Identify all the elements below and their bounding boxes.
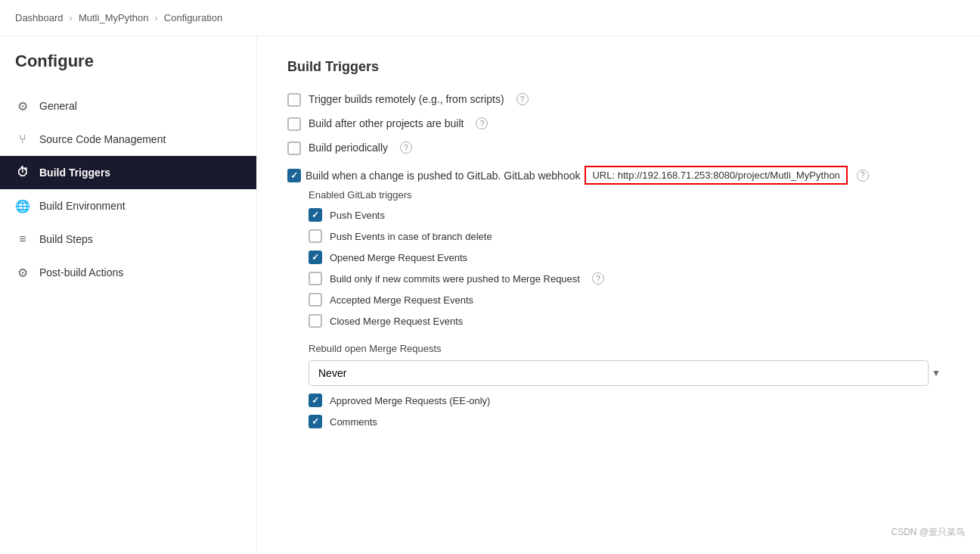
accepted-merge-checkbox[interactable] [309,293,322,307]
sidebar-label-build-steps: Build Steps [39,233,93,245]
push-branch-delete-item: Push Events in case of branch delete [309,229,950,243]
breadcrumb-dashboard[interactable]: Dashboard [15,12,64,23]
main-content: Build Triggers Trigger builds remotely (… [257,36,980,552]
sidebar-item-post-build[interactable]: ⚙ Post-build Actions [0,256,256,289]
sidebar: Configure ⚙ General ⑂ Source Code Manage… [0,36,257,552]
new-commits-merge-checkbox[interactable] [309,272,322,285]
trigger-remotely-help[interactable]: ? [516,93,529,105]
select-chevron-icon: ▼ [932,368,941,378]
push-events-label: Push Events [330,210,385,221]
breadcrumb-sep-1: › [70,12,73,23]
after-other-label: Build after other projects are built [309,117,464,129]
sidebar-item-build-environment[interactable]: 🌐 Build Environment [0,189,256,223]
closed-merge-label: Closed Merge Request Events [330,316,463,327]
accepted-merge-label: Accepted Merge Request Events [330,294,473,306]
after-other-row: Build after other projects are built ? [287,117,950,131]
globe-icon: 🌐 [15,198,30,213]
trigger-remotely-row: Trigger builds remotely (e.g., from scri… [287,93,950,107]
gitlab-trigger-checkbox[interactable] [287,169,301,182]
gitlab-trigger-label: Build when a change is pushed to GitLab.… [305,170,580,182]
sidebar-label-post-build: Post-build Actions [39,266,123,279]
new-commits-merge-label: Build only if new commits were pushed to… [330,273,580,285]
breadcrumb-sep-2: › [154,12,157,23]
watermark: CSDN @壹只菜鸟 [891,526,965,539]
rebuild-select[interactable]: Never On push to source branch On push t… [309,360,929,386]
postbuild-icon: ⚙ [15,265,30,280]
accepted-merge-item: Accepted Merge Request Events [309,293,950,307]
new-commits-merge-item: Build only if new commits were pushed to… [309,272,950,285]
clock-icon: ⏱ [15,165,30,180]
breadcrumb-current: Configuration [164,12,222,23]
approved-merge-item: Approved Merge Requests (EE-only) [309,394,950,407]
comments-label: Comments [330,416,377,428]
opened-merge-item: Opened Merge Request Events [309,251,950,264]
comments-item: Comments [309,415,950,428]
enabled-triggers-title: Enabled GitLab triggers [309,189,950,201]
push-branch-delete-checkbox[interactable] [309,229,322,243]
rebuild-label: Rebuild open Merge Requests [309,343,950,354]
periodically-label: Build periodically [309,142,388,154]
rebuild-select-wrapper: Never On push to source branch On push t… [309,360,950,386]
breadcrumb-project[interactable]: Mutli_MyPython [79,12,148,23]
sidebar-label-general: General [39,100,77,112]
gitlab-trigger-help[interactable]: ? [857,170,869,182]
push-branch-delete-label: Push Events in case of branch delete [330,231,492,242]
approved-merge-checkbox[interactable] [309,394,322,407]
sidebar-item-source-code[interactable]: ⑂ Source Code Management [0,123,256,156]
breadcrumb: Dashboard › Mutli_MyPython › Configurati… [0,0,980,36]
gitlab-webhook-url: URL: http://192.168.71.253:8080/project/… [585,166,847,185]
gitlab-trigger-row: Build when a change is pushed to GitLab.… [287,166,950,185]
list-icon: ≡ [15,232,30,247]
gear-icon: ⚙ [15,98,30,114]
periodically-row: Build periodically ? [287,142,950,155]
section-title: Build Triggers [287,59,950,75]
after-other-checkbox[interactable] [287,117,301,131]
sidebar-label-build-environment: Build Environment [39,200,126,212]
trigger-remotely-label: Trigger builds remotely (e.g., from scri… [309,93,504,105]
sidebar-label-build-triggers: Build Triggers [39,167,110,179]
periodically-help[interactable]: ? [400,142,412,154]
opened-merge-label: Opened Merge Request Events [330,252,467,263]
push-events-item: Push Events [309,208,950,222]
closed-merge-checkbox[interactable] [309,314,322,328]
rebuild-section: Rebuild open Merge Requests Never On pus… [309,343,950,386]
sidebar-item-build-steps[interactable]: ≡ Build Steps [0,223,256,256]
sidebar-item-general[interactable]: ⚙ General [0,89,256,123]
after-other-help[interactable]: ? [476,117,488,129]
enabled-triggers-section: Enabled GitLab triggers Push Events Push… [309,189,950,428]
new-commits-help[interactable]: ? [592,272,604,285]
branch-icon: ⑂ [15,132,30,147]
approved-merge-label: Approved Merge Requests (EE-only) [330,395,490,406]
trigger-remotely-checkbox[interactable] [287,93,301,107]
comments-checkbox[interactable] [309,415,322,428]
sidebar-label-source-code: Source Code Management [39,133,166,145]
sidebar-item-build-triggers[interactable]: ⏱ Build Triggers [0,156,256,189]
opened-merge-checkbox[interactable] [309,251,322,264]
push-events-checkbox[interactable] [309,208,322,222]
closed-merge-item: Closed Merge Request Events [309,314,950,328]
periodically-checkbox[interactable] [287,142,301,155]
sidebar-title: Configure [0,51,256,89]
